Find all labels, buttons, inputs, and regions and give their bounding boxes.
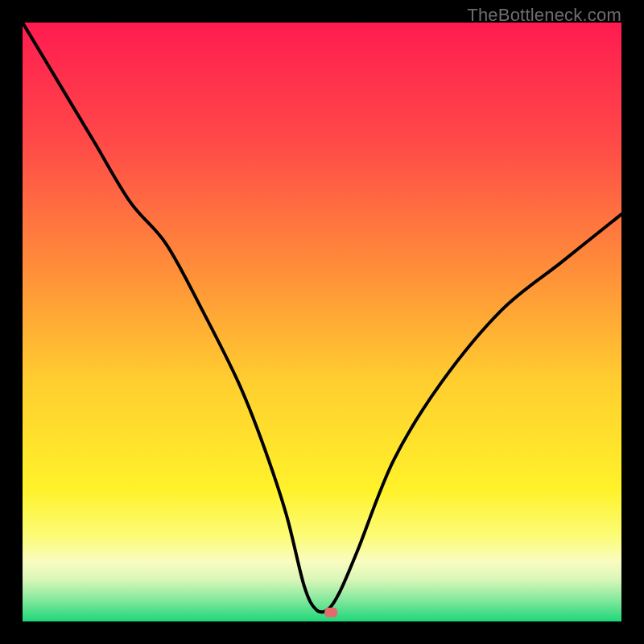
gradient-background [23,23,621,621]
chart-frame: TheBottleneck.com [0,0,644,644]
optimum-marker [324,608,337,617]
plot-area [23,23,621,621]
bottleneck-chart [23,23,621,621]
